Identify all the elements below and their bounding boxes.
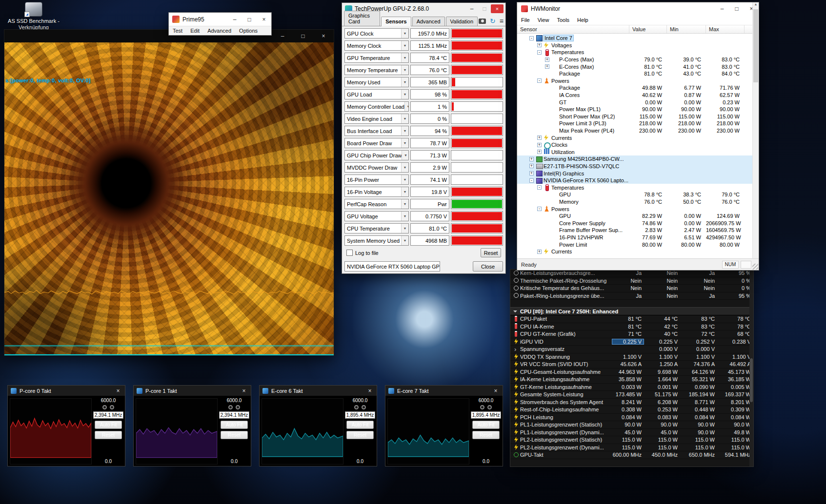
sensor-select[interactable]: GPU Temperature ▼ <box>344 53 409 63</box>
minimize-button[interactable]: – <box>715 2 729 15</box>
column-value[interactable]: Value <box>629 25 667 33</box>
sensor-tree-row[interactable]: - NVIDIA GeForce RTX 5060 Lapto... <box>517 177 759 184</box>
sensor-tree-row[interactable]: - Temperatures <box>517 49 759 56</box>
close-button[interactable]: × <box>491 4 504 13</box>
menu-item[interactable]: Test <box>169 28 186 34</box>
sensor-row[interactable]: PL1-Leistungsgrenzwert (Dynami... 45.0 W… <box>510 429 753 437</box>
tab[interactable]: Graphics Card <box>344 11 380 26</box>
sensor-tree-row[interactable]: - Intel Core 7 <box>517 35 759 42</box>
sensor-tree-row[interactable]: IA Cores 40.62 W 0.87 W 62.57 W <box>517 92 759 99</box>
sensor-tree-row[interactable]: Power Max (PL1) 90.00 W 90.00 W 90.00 W <box>517 106 759 113</box>
sensor-tree-row[interactable]: + Clocks <box>517 141 759 149</box>
desktop-shortcut-as-ssd[interactable]: AS SSD Benchmark - Verknüpfung <box>4 1 63 31</box>
sensor-tree-row[interactable]: Power Limit 3 (PL3) 218.00 W 218.00 W 21… <box>517 120 759 127</box>
tree-expander[interactable]: - <box>537 50 542 55</box>
menu-item[interactable]: Edit <box>186 28 203 34</box>
tree-expander[interactable]: + <box>545 64 549 69</box>
menu-item[interactable]: File <box>517 17 534 23</box>
sensor-select[interactable]: Memory Temperature ▼ <box>344 65 409 75</box>
column-header-row[interactable]: Sensor Value Min Max <box>517 25 759 34</box>
column-sensor[interactable]: Sensor <box>517 25 629 33</box>
sensor-row[interactable]: PL1-Leistungsgrenzwert (Statisch) 90.0 W… <box>510 421 753 429</box>
tab[interactable]: Validation <box>446 17 478 26</box>
menu-item[interactable]: Help <box>573 17 592 23</box>
sensor-row[interactable]: IA-Kerne Leistungsaufnahme 35.858 W 1.66… <box>510 376 753 384</box>
sensor-select[interactable]: 16-Pin Voltage ▼ <box>344 187 409 197</box>
menu-item[interactable]: View <box>534 17 553 23</box>
column-min[interactable]: Min <box>667 25 706 33</box>
sensor-select[interactable]: GPU Voltage ▼ <box>344 211 409 221</box>
menu-item[interactable]: Options <box>235 28 262 34</box>
cpu-section-header[interactable]: CPU [#0]: Intel Core 7 250H: Enhanced <box>510 307 753 315</box>
sensor-tree-row[interactable]: GPU 82.29 W 0.00 W 124.69 W <box>517 213 759 220</box>
sensor-row[interactable]: PL2-Leistungsgrenzwert (Statisch) 115.0 … <box>510 436 753 444</box>
sensor-select[interactable]: GPU Chip Power Draw ▼ <box>344 150 409 160</box>
close-button[interactable]: × <box>313 30 334 42</box>
auto-fit-button[interactable]: Auto Fit <box>221 421 248 429</box>
sensor-row[interactable]: PL2-Leistungsgrenzwert (Dynami... 115.0 … <box>510 444 753 452</box>
sensor-select[interactable]: MVDDC Power Draw ▼ <box>344 162 409 173</box>
sensor-tree-row[interactable]: + E-Cores (Max) 81.0 °C 41.0 °C 83.0 °C <box>517 63 759 70</box>
tree-expander[interactable]: + <box>529 164 534 168</box>
sensor-tree-row[interactable]: Package 81.0 °C 43.0 °C 84.0 °C <box>517 70 759 78</box>
sensor-select[interactable]: System Memory Used ▼ <box>344 235 409 246</box>
close-button[interactable]: × <box>239 388 249 394</box>
tab[interactable]: Sensors <box>381 17 411 26</box>
sensor-row[interactable]: VDDQ TX Spannung 1.100 V 1.100 V 1.100 V… <box>510 353 753 361</box>
sensor-tree-row[interactable]: - Powers <box>517 205 759 213</box>
sensor-row[interactable]: Thermische Paket-/Ring-Drosselung Nein N… <box>510 277 753 285</box>
sensor-tree-row[interactable]: - Temperatures <box>517 184 759 191</box>
sensor-select[interactable]: GPU Clock ▼ <box>344 28 409 39</box>
refresh-icon[interactable]: ↻ <box>490 18 496 24</box>
sensor-row[interactable]: Spannungsversatz 0.000 V 0.000 V <box>510 346 753 353</box>
sensor-row[interactable]: PCH Leistung 0.084 W 0.083 W 0.084 W 0.0… <box>510 414 753 422</box>
scrollbar[interactable] <box>749 270 753 466</box>
tree-expander[interactable]: + <box>537 43 542 47</box>
sensor-tree-row[interactable]: + P-Cores (Max) 79.0 °C 39.0 °C 83.0 °C <box>517 56 759 63</box>
sensor-row[interactable]: VR VCC Strom (SVID IOUT) 45.626 A 1.250 … <box>510 361 753 368</box>
sensor-select[interactable]: Video Engine Load ▼ <box>344 114 409 124</box>
sensor-tree-row[interactable]: Power Limit 80.00 W 80.00 W 80.00 W <box>517 241 759 248</box>
sensor-tree-row[interactable]: GT 0.00 W 0.00 W 0.23 W <box>517 98 759 106</box>
sensor-tree-row[interactable]: Short Power Max (PL2) 115.00 W 115.00 W … <box>517 113 759 120</box>
tree-expander[interactable]: + <box>529 157 534 161</box>
sensor-select[interactable]: Memory Controller Load ▼ <box>344 101 409 112</box>
tree-expander[interactable]: + <box>537 143 542 147</box>
gpu-device-select[interactable]: NVIDIA GeForce RTX 5060 Laptop GPU ▼ <box>344 261 440 271</box>
sensor-select[interactable]: PerfCap Reason ▼ <box>344 199 409 209</box>
sensor-row[interactable]: Stromverbrauch des System Agent 8.241 W … <box>510 399 753 407</box>
indicator-toggles[interactable] <box>228 405 240 409</box>
hamburger-menu-icon[interactable]: ≡ <box>500 18 504 24</box>
maximize-button[interactable]: □ <box>293 30 313 42</box>
tree-expander[interactable]: + <box>529 171 534 175</box>
sensor-select[interactable]: Board Power Draw ▼ <box>344 138 409 148</box>
indicator-toggles[interactable] <box>354 405 366 409</box>
sensor-row[interactable]: GPU-Takt 600.00 MHz 450.0 MHz 650.0 MHz … <box>510 451 753 459</box>
sensor-row[interactable]: GT-Kerne Leistungsaufnahme 0.003 W 0.001… <box>510 384 753 391</box>
indicator-toggles[interactable] <box>102 405 114 409</box>
sensor-tree-row[interactable]: + Voltages <box>517 42 759 49</box>
scrollbar-thumb[interactable] <box>750 358 753 402</box>
close-button[interactable]: × <box>257 13 271 26</box>
sensor-tree-row[interactable]: + Intel(R) Graphics <box>517 170 759 177</box>
tree-expander[interactable]: - <box>529 178 534 183</box>
maximize-button[interactable]: □ <box>242 13 257 26</box>
sensor-select[interactable]: Memory Used ▼ <box>344 77 409 87</box>
menu-item[interactable]: Advanced <box>203 28 235 34</box>
sensor-tree-row[interactable]: + Samsung M425R1GB4PB0-CW... <box>517 155 759 163</box>
sensor-row[interactable]: iGPU VID 0.225 V 0.225 V 0.252 V 0.238 V <box>510 338 753 346</box>
reset-button[interactable]: Reset <box>472 431 500 439</box>
sensor-row[interactable]: CPU GT-Kerne (Grafik) 71 °C 40 °C 72 °C … <box>510 330 753 338</box>
sensor-tree-row[interactable]: + Currents <box>517 134 759 141</box>
close-button[interactable]: × <box>365 388 375 394</box>
maximize-button[interactable]: □ <box>729 2 744 15</box>
tree-expander[interactable]: + <box>537 136 542 140</box>
reset-button[interactable]: Reset <box>346 431 374 439</box>
column-max[interactable]: Max <box>706 25 745 33</box>
minimize-button[interactable]: – <box>227 13 242 26</box>
sensor-tree-row[interactable]: + Utilization <box>517 149 759 156</box>
tree-expander[interactable]: - <box>537 207 542 211</box>
close-app-button[interactable]: Close <box>473 261 503 271</box>
tab[interactable]: Advanced <box>412 17 445 26</box>
auto-fit-button[interactable]: Auto Fit <box>346 421 374 429</box>
